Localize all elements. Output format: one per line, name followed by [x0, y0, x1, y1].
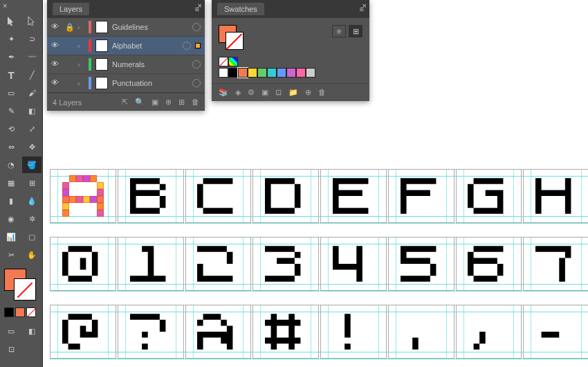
- new-swatch-icon[interactable]: ⊕: [305, 88, 311, 97]
- type-tool[interactable]: T: [1, 66, 21, 83]
- glyph-cell-D[interactable]: [252, 169, 319, 223]
- lasso-tool[interactable]: ⊃: [22, 30, 42, 47]
- free-transform-tool[interactable]: ✥: [22, 138, 42, 155]
- glyph-cell-G[interactable]: [456, 169, 522, 223]
- mini-swatch-none[interactable]: [26, 307, 36, 317]
- swatch-stroke[interactable]: [226, 32, 244, 50]
- glyph-cell-dash[interactable]: [523, 305, 588, 359]
- new-color-group-icon[interactable]: ⊡: [275, 88, 282, 97]
- show-kinds-icon[interactable]: ◈: [235, 88, 241, 97]
- swatch-purple[interactable]: [286, 68, 296, 78]
- slice-tool[interactable]: ✂: [1, 247, 21, 263]
- layer-row-numerals[interactable]: 👁 › Numerals: [47, 55, 205, 74]
- target-icon[interactable]: [192, 60, 201, 69]
- grid-view-icon[interactable]: ⊞: [349, 25, 362, 37]
- chevron-right-icon[interactable]: ›: [77, 23, 84, 31]
- library-icon[interactable]: 📚: [219, 88, 228, 97]
- glyph-cell-question[interactable]: [118, 305, 184, 359]
- options-icon[interactable]: ⚙: [248, 88, 255, 97]
- perspective-tool[interactable]: ▦: [1, 174, 21, 191]
- target-icon[interactable]: [192, 23, 201, 31]
- new-group-icon[interactable]: ▣: [261, 88, 268, 97]
- artboard-tool[interactable]: ▢: [22, 229, 42, 245]
- glyph-cell-5[interactable]: [388, 237, 454, 291]
- glyph-cell-2[interactable]: [185, 237, 252, 291]
- glyph-cell-A[interactable]: [50, 169, 116, 223]
- glyph-cell-F[interactable]: [388, 169, 454, 223]
- glyph-cell-B[interactable]: [118, 169, 184, 223]
- glyph-cell-at[interactable]: [50, 305, 116, 359]
- visibility-icon[interactable]: 👁: [51, 22, 61, 32]
- new-sublayer-icon[interactable]: ⊕: [165, 98, 172, 107]
- swatch-cyan[interactable]: [267, 68, 277, 78]
- swatch-gray[interactable]: [306, 68, 315, 78]
- mesh-tool[interactable]: ⊞: [22, 174, 42, 191]
- swatch-none[interactable]: [219, 57, 228, 66]
- target-icon[interactable]: [183, 42, 191, 50]
- glyph-cell-hash[interactable]: [252, 305, 319, 359]
- eraser-tool[interactable]: ◧: [22, 102, 42, 119]
- swatch-yellow[interactable]: [248, 68, 257, 78]
- clip-mask-icon[interactable]: ▣: [151, 98, 158, 107]
- glyph-cell-7[interactable]: [523, 237, 588, 291]
- pen-tool[interactable]: ✒: [1, 48, 21, 65]
- width-tool[interactable]: ⇔: [1, 138, 21, 155]
- layer-row-punctuation[interactable]: 👁 › Punctuation: [47, 74, 205, 93]
- shaper-tool[interactable]: ✎: [1, 102, 21, 119]
- swatches-tab[interactable]: Swatches: [217, 3, 264, 15]
- chevron-right-icon[interactable]: ›: [77, 60, 84, 69]
- magic-wand-tool[interactable]: ✦: [1, 30, 21, 47]
- mini-swatch-black[interactable]: [4, 307, 14, 317]
- fill-stroke-indicator[interactable]: [0, 265, 42, 306]
- stroke-color[interactable]: [14, 278, 36, 301]
- glyph-cell-E[interactable]: [320, 169, 387, 223]
- folder-icon[interactable]: 📁: [288, 88, 298, 97]
- new-layer-icon[interactable]: ⊞: [178, 98, 185, 107]
- swatch-white[interactable]: [219, 68, 228, 78]
- glyph-cell-4[interactable]: [320, 237, 387, 291]
- visibility-icon[interactable]: 👁: [51, 41, 61, 51]
- hand-tool[interactable]: ✋: [22, 247, 42, 263]
- toolbar-close[interactable]: ×: [0, 0, 42, 11]
- glyph-cell-H[interactable]: [523, 169, 588, 223]
- rotate-tool[interactable]: ⟲: [1, 120, 21, 137]
- delete-swatch-icon[interactable]: 🗑: [318, 88, 326, 97]
- eyedropper-tool[interactable]: 💧: [22, 193, 42, 209]
- selection-tool[interactable]: [1, 12, 21, 29]
- glyph-cell-0[interactable]: [50, 237, 116, 291]
- shape-builder-tool[interactable]: ◔: [1, 156, 21, 173]
- visibility-icon[interactable]: 👁: [51, 60, 61, 69]
- layers-tab[interactable]: Layers: [53, 3, 89, 15]
- drawing-mode-behind[interactable]: ◧: [22, 323, 42, 339]
- glyph-cell-C[interactable]: [185, 169, 252, 223]
- swatch-black[interactable]: [228, 68, 238, 78]
- visibility-icon[interactable]: 👁: [51, 78, 61, 88]
- list-view-icon[interactable]: ≡: [332, 25, 346, 37]
- glyph-cell-3[interactable]: [252, 237, 319, 291]
- delete-icon[interactable]: 🗑: [192, 98, 199, 107]
- layer-row-guidelines[interactable]: 👁 🔒 › Guidelines: [47, 18, 205, 37]
- scale-tool[interactable]: ⤢: [22, 120, 42, 137]
- drawing-mode-normal[interactable]: ▭: [1, 323, 21, 339]
- chevron-right-icon[interactable]: ›: [77, 79, 84, 87]
- line-tool[interactable]: ╱: [22, 66, 42, 83]
- swatch-green[interactable]: [257, 68, 267, 78]
- rectangle-tool[interactable]: ▭: [1, 84, 21, 101]
- layer-row-alphabet[interactable]: 👁 › Alphabet: [47, 37, 205, 55]
- chevron-right-icon[interactable]: ›: [77, 42, 84, 50]
- screen-mode[interactable]: ⊡: [1, 341, 21, 357]
- swatch-blue[interactable]: [277, 68, 286, 78]
- swatches-close[interactable]: ×: [362, 1, 367, 10]
- glyph-cell-comma[interactable]: [456, 305, 522, 359]
- glyph-cell-period[interactable]: [388, 305, 454, 359]
- gradient-tool[interactable]: ▮: [1, 193, 21, 209]
- swatch-registration[interactable]: [228, 57, 238, 66]
- glyph-A-selected[interactable]: [62, 175, 104, 217]
- column-graph-tool[interactable]: 📊: [1, 229, 21, 245]
- locate-object-icon[interactable]: ⇱: [122, 98, 128, 107]
- mini-swatch-orange[interactable]: [15, 307, 25, 317]
- lock-icon[interactable]: 🔒: [65, 23, 73, 31]
- target-icon[interactable]: [192, 79, 201, 87]
- blend-tool[interactable]: ◉: [1, 211, 21, 227]
- search-icon[interactable]: 🔍: [135, 98, 145, 107]
